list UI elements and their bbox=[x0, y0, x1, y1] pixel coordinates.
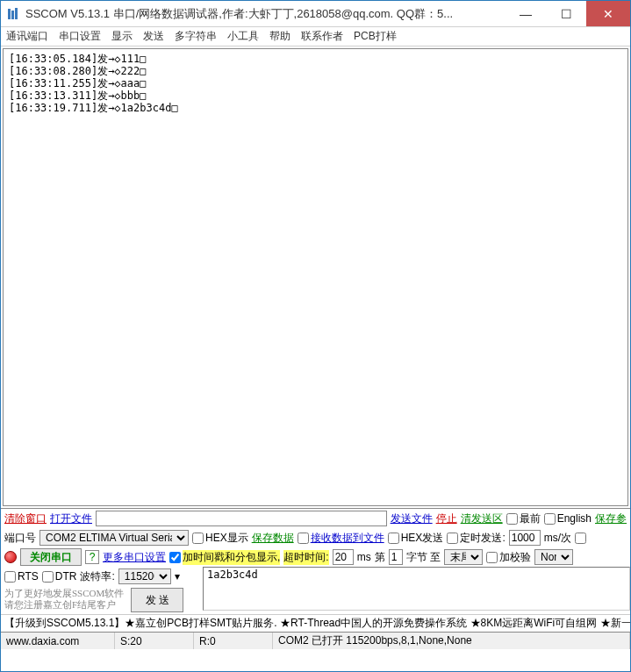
statusbar: www.daxia.com S:20 R:0 COM2 已打开 115200bp… bbox=[1, 632, 630, 649]
baud-dropdown-icon[interactable]: ▾ bbox=[175, 570, 180, 583]
menu-tools[interactable]: 小工具 bbox=[227, 29, 259, 44]
menu-comm-port[interactable]: 通讯端口 bbox=[6, 29, 48, 44]
baud-select[interactable]: 115200 bbox=[118, 568, 171, 584]
menubar: 通讯端口 串口设置 显示 发送 多字符串 小工具 帮助 联系作者 PCB打样 bbox=[1, 27, 630, 46]
toolbar-row-2: 端口号 COM2 ELTIMA Virtual Serial HEX显示 保存数… bbox=[1, 528, 630, 547]
english-checkbox[interactable]: English bbox=[544, 512, 592, 525]
footer-note: 为了更好地发展SSCOM软件 请您注册嘉立创F结尾客户 bbox=[4, 588, 124, 612]
port-select[interactable]: COM2 ELTIMA Virtual Serial bbox=[39, 530, 189, 546]
front-checkbox[interactable]: 最前 bbox=[506, 511, 541, 526]
titlebar: SSCOM V5.13.1 串口/网络数据调试器,作者:大虾丁丁,2618058… bbox=[1, 1, 630, 27]
send-file-button[interactable]: 发送文件 bbox=[391, 511, 433, 526]
status-port: COM2 已打开 115200bps,8,1,None,None bbox=[273, 633, 630, 649]
recv-to-file-checkbox[interactable]: 接收数据到文件 bbox=[298, 531, 384, 546]
menu-serial-settings[interactable]: 串口设置 bbox=[59, 29, 101, 44]
checksum-select[interactable]: None bbox=[534, 549, 573, 565]
window-title: SSCOM V5.13.1 串口/网络数据调试器,作者:大虾丁丁,2618058… bbox=[25, 6, 506, 22]
status-recv: R:0 bbox=[194, 633, 273, 649]
hex-display-checkbox[interactable]: HEX显示 bbox=[192, 531, 248, 546]
close-port-button[interactable]: 关闭串口 bbox=[20, 548, 82, 566]
svg-rect-1 bbox=[11, 11, 14, 19]
menu-help[interactable]: 帮助 bbox=[269, 29, 290, 44]
toolbar-row-4: RTS DTR 波特率: 115200 ▾ bbox=[1, 567, 203, 586]
nth-label: 第 bbox=[375, 550, 385, 565]
menu-pcb[interactable]: PCB打样 bbox=[354, 29, 397, 44]
minimize-button[interactable]: — bbox=[506, 1, 546, 26]
byte-to-label: 字节 至 bbox=[406, 550, 441, 565]
save-params-button[interactable]: 保存参 bbox=[595, 511, 627, 526]
menu-multistring[interactable]: 多字符串 bbox=[175, 29, 217, 44]
trailing-checkbox[interactable] bbox=[575, 533, 586, 544]
timestamp-checkbox[interactable]: 加时间戳和分包显示, bbox=[169, 550, 280, 565]
checksum-checkbox[interactable]: 加校验 bbox=[486, 550, 531, 565]
clear-window-button[interactable]: 清除窗口 bbox=[4, 511, 47, 526]
menu-display[interactable]: 显示 bbox=[111, 29, 133, 44]
timeout-input[interactable] bbox=[333, 549, 354, 565]
promo-bar: 【升级到SSCOM5.13.1】★嘉立创PCB打样SMT贴片服务. ★RT-Th… bbox=[1, 614, 630, 632]
nth-input[interactable] bbox=[389, 549, 403, 565]
toolbar-row-1: 清除窗口 打开文件 发送文件 停止 清发送区 最前 English 保存参 bbox=[1, 509, 630, 528]
hex-send-checkbox[interactable]: HEX发送 bbox=[388, 531, 444, 546]
terminal-output[interactable]: [16:33:05.184]发→◇111□ [16:33:08.280]发→◇2… bbox=[3, 48, 628, 506]
app-icon bbox=[6, 7, 20, 21]
save-data-button[interactable]: 保存数据 bbox=[252, 531, 294, 546]
port-label: 端口号 bbox=[4, 531, 36, 546]
send-button[interactable]: 发 送 bbox=[131, 588, 183, 612]
port-status-icon bbox=[4, 551, 17, 563]
timed-send-checkbox[interactable]: 定时发送: bbox=[447, 531, 505, 546]
dtr-checkbox[interactable]: DTR bbox=[42, 570, 77, 583]
svg-rect-0 bbox=[8, 9, 11, 19]
close-button[interactable]: ✕ bbox=[586, 1, 630, 26]
toolbar-row-3: 关闭串口 ? 更多串口设置 加时间戳和分包显示, 超时时间: ms 第 字节 至… bbox=[1, 547, 630, 567]
end-select[interactable]: 末尾 bbox=[444, 549, 483, 565]
timed-interval-input[interactable] bbox=[509, 530, 541, 546]
clear-send-button[interactable]: 清发送区 bbox=[461, 511, 503, 526]
baud-label: 波特率: bbox=[80, 569, 114, 584]
open-file-button[interactable]: 打开文件 bbox=[50, 511, 92, 526]
file-path-input[interactable] bbox=[96, 511, 387, 526]
help-icon[interactable]: ? bbox=[85, 550, 99, 564]
stop-button[interactable]: 停止 bbox=[436, 511, 457, 526]
more-settings-button[interactable]: 更多串口设置 bbox=[103, 550, 166, 565]
status-url: www.daxia.com bbox=[1, 633, 115, 649]
send-input[interactable]: 1a2b3c4d bbox=[203, 567, 630, 611]
timeout-label: 超时时间: bbox=[283, 550, 328, 565]
menu-send[interactable]: 发送 bbox=[143, 29, 164, 44]
rts-checkbox[interactable]: RTS bbox=[4, 570, 39, 583]
svg-rect-2 bbox=[15, 8, 18, 19]
maximize-button[interactable]: ☐ bbox=[546, 1, 586, 26]
timeout-unit: ms bbox=[357, 551, 371, 563]
timed-unit-label: ms/次 bbox=[544, 531, 571, 546]
menu-contact[interactable]: 联系作者 bbox=[301, 29, 343, 44]
status-sent: S:20 bbox=[115, 633, 194, 649]
